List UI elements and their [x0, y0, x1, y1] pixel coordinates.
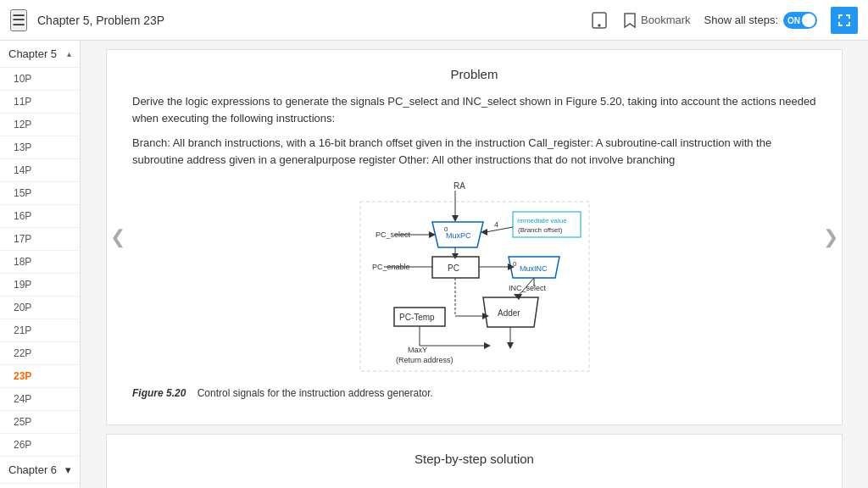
problem-title: Problem — [132, 67, 816, 81]
svg-text:4: 4 — [494, 220, 498, 229]
svg-text:PC-Temp: PC-Temp — [399, 313, 435, 322]
collapsed-chapters: Chapter 6▾Chapter 7▾Chapter 8▾Chapter 9▾… — [0, 457, 80, 488]
sidebar-item-23P[interactable]: 23P — [0, 365, 80, 388]
sidebar-item-26P[interactable]: 26P — [0, 434, 80, 457]
sidebar-item-22P[interactable]: 22P — [0, 342, 80, 365]
svg-text:Immediate value: Immediate value — [517, 217, 567, 225]
sidebar-item-16P[interactable]: 16P — [0, 205, 80, 228]
page-title: Chapter 5, Problem 23P — [37, 14, 580, 27]
chevron-down-icon: ▾ — [65, 463, 71, 476]
sidebar-item-25P[interactable]: 25P — [0, 411, 80, 434]
sidebar-item-10P[interactable]: 10P — [0, 68, 80, 91]
next-problem-button[interactable]: ❯ — [823, 226, 838, 248]
sidebar-item-24P[interactable]: 24P — [0, 388, 80, 411]
toggle-on-label: ON — [787, 15, 800, 25]
bookmark-label: Bookmark — [641, 14, 691, 26]
chapter-label: Chapter 6 — [8, 463, 57, 476]
svg-text:Adder: Adder — [498, 308, 520, 318]
chapter5-label: Chapter 5 — [8, 47, 57, 60]
sidebar-item-14P[interactable]: 14P — [0, 159, 80, 182]
menu-button[interactable]: ☰ — [10, 9, 27, 31]
svg-text:RA: RA — [453, 181, 465, 191]
solution-section: Step-by-step solution There is no soluti… — [106, 434, 843, 488]
prev-problem-button[interactable]: ❮ — [110, 226, 125, 248]
solution-text: There is no solution to this problem yet… — [132, 483, 816, 488]
main-layout: Chapter 5 ▴ 10P11P12P13P14P15P16P17P18P1… — [0, 41, 868, 488]
figure-caption-text: Control signals for the instruction addr… — [198, 387, 433, 399]
sidebar-item-19P[interactable]: 19P — [0, 274, 80, 297]
toggle-switch[interactable]: ON — [783, 12, 817, 29]
circuit-diagram: RA MuxPC 0 PC_select Immediate value — [352, 176, 598, 380]
sidebar-item-18P[interactable]: 18P — [0, 251, 80, 274]
svg-text:MuxPC: MuxPC — [446, 231, 471, 240]
problem-section: Problem ❮ ❯ Derive the logic expressions… — [106, 49, 843, 425]
solution-line1: There is no solution to this problem yet… — [132, 483, 816, 488]
tablet-icon-button[interactable] — [590, 11, 609, 30]
chapter5-chevron-up: ▴ — [67, 49, 71, 58]
solution-title: Step-by-step solution — [132, 452, 816, 466]
bookmark-button[interactable]: Bookmark — [622, 12, 691, 29]
diagram-container: RA MuxPC 0 PC_select Immediate value — [132, 176, 816, 399]
show-all-steps-control: Show all steps: ON — [704, 12, 817, 29]
sidebar-item-21P[interactable]: 21P — [0, 319, 80, 342]
svg-text:MuxINC: MuxINC — [520, 264, 548, 273]
figure-caption: Figure 5.20 Control signals for the inst… — [132, 387, 816, 399]
sidebar-item-17P[interactable]: 17P — [0, 228, 80, 251]
sidebar-item-20P[interactable]: 20P — [0, 297, 80, 319]
svg-marker-45 — [507, 342, 514, 349]
figure-label: Figure 5.20 — [132, 387, 186, 399]
topbar-icons: Bookmark Show all steps: ON — [590, 7, 858, 34]
svg-text:PC_select: PC_select — [376, 230, 411, 239]
svg-text:(Branch offset): (Branch offset) — [518, 226, 563, 234]
sidebar-item-13P[interactable]: 13P — [0, 136, 80, 159]
chapter-collapsed-chapter7[interactable]: Chapter 7▾ — [0, 484, 80, 488]
problem-text2: Branch: All branch instructions, with a … — [132, 135, 816, 168]
svg-text:0: 0 — [444, 225, 448, 233]
svg-text:PC_enable: PC_enable — [372, 263, 410, 271]
chapter5-items: 10P11P12P13P14P15P16P17P18P19P20P21P22P2… — [0, 68, 80, 457]
sidebar-item-15P[interactable]: 15P — [0, 182, 80, 205]
sidebar-item-12P[interactable]: 12P — [0, 114, 80, 136]
content-area: Problem ❮ ❯ Derive the logic expressions… — [81, 41, 868, 488]
chapter5-header[interactable]: Chapter 5 ▴ — [0, 41, 80, 68]
show-all-steps-label: Show all steps: — [704, 14, 778, 26]
svg-line-14 — [486, 227, 513, 232]
problem-text1: Derive the logic expressions to generate… — [132, 93, 816, 126]
svg-point-1 — [598, 25, 600, 26]
chapter-collapsed-chapter6[interactable]: Chapter 6▾ — [0, 457, 80, 484]
svg-text:(Return address): (Return address) — [396, 356, 453, 364]
svg-marker-43 — [484, 342, 491, 349]
sidebar-item-11P[interactable]: 11P — [0, 91, 80, 114]
topbar: ☰ Chapter 5, Problem 23P Bookmark Show a… — [0, 0, 868, 41]
svg-marker-4 — [452, 215, 459, 222]
svg-text:MaxY: MaxY — [408, 346, 427, 354]
expand-button[interactable] — [831, 7, 858, 34]
svg-text:PC: PC — [448, 263, 459, 273]
sidebar: Chapter 5 ▴ 10P11P12P13P14P15P16P17P18P1… — [0, 41, 81, 488]
